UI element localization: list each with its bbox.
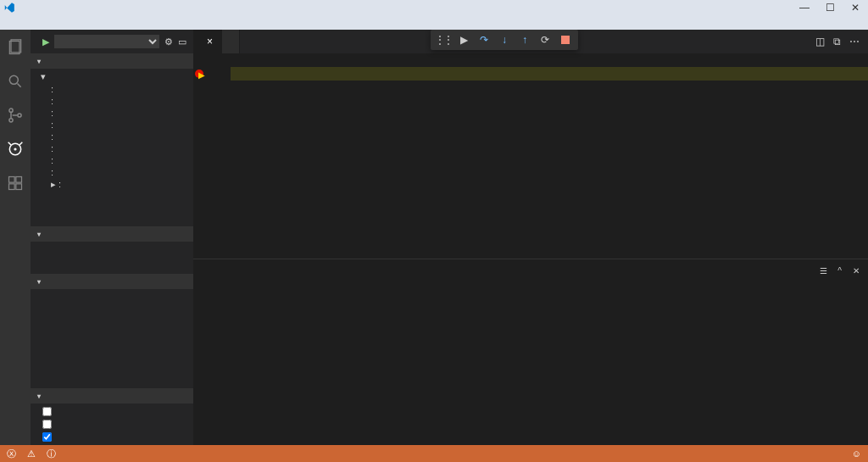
stop-button[interactable] [556,31,575,48]
minimize-button[interactable]: — [798,2,810,14]
compare-icon[interactable]: ⧉ [833,36,841,47]
svg-rect-13 [9,184,15,190]
split-editor-icon[interactable]: ◫ [815,36,825,47]
source-control-icon[interactable] [6,106,25,125]
breakpoint-checkbox[interactable] [42,407,52,416]
restart-button[interactable]: ⟳ [536,31,554,48]
panel-filter-icon[interactable]: ☰ [820,266,828,276]
variable-row[interactable]: : [31,166,193,178]
panel-actions: ☰ ^ ✕ [820,266,860,276]
chevron-down-icon: ▾ [41,71,46,81]
svg-rect-12 [16,177,22,183]
debug-toolbar[interactable]: ⋮⋮ ▶ ↷ ↓ ↑ ⟳ [431,30,578,50]
panel-close-icon[interactable]: ✕ [853,266,860,276]
editor-area: × ◫ ⧉ ⋯ ⋮⋮ ▶ ↷ ↓ ↑ ⟳ [193,30,868,445]
line-number [193,81,219,94]
breakpoint-row[interactable] [31,431,193,443]
svg-point-5 [9,119,13,122]
debug-config-select[interactable] [54,35,159,48]
variable-row[interactable]: : [31,107,193,119]
maximize-button[interactable]: ☐ [824,2,836,14]
stack-frame[interactable] [31,291,193,294]
svg-rect-14 [16,184,22,190]
code-lines[interactable] [231,53,868,94]
menu-file[interactable] [3,21,14,23]
debug-console-icon[interactable]: ▭ [178,36,186,47]
search-icon[interactable] [6,72,25,91]
step-into-button[interactable]: ↓ [495,31,514,48]
breakpoint-checkbox[interactable] [42,432,52,442]
panel-collapse-icon[interactable]: ^ [837,266,842,276]
panel-tabs: ☰ ^ ✕ [193,259,868,281]
start-debug-button[interactable]: ▶ [42,36,49,47]
info-icon: ⓘ [47,448,56,460]
variable-row[interactable]: : [31,154,193,166]
svg-point-4 [9,109,13,112]
debug-header: ▶ ⚙ ▭ [31,30,193,53]
more-icon[interactable]: ⋯ [849,36,860,47]
variable-row[interactable]: : [31,131,193,142]
continue-button[interactable]: ▶ [454,31,473,48]
variable-row[interactable]: : [31,119,193,131]
toolbar-grip-icon[interactable]: ⋮⋮ [434,31,453,48]
breakpoint-checkbox[interactable] [42,420,52,429]
svg-line-10 [19,142,22,145]
status-right: ☺ [801,448,861,459]
feedback-icon[interactable]: ☺ [852,448,861,459]
chevron-down-icon: ▾ [37,58,42,65]
code-line[interactable] [231,67,868,81]
code-line[interactable] [231,81,868,94]
breakpoint-row[interactable] [31,405,193,418]
variable-row[interactable]: ▸ : [31,178,193,191]
menubar [0,14,868,30]
extensions-icon[interactable] [6,174,25,192]
status-bar: ⓧ ⚠ ⓘ ☺ [0,445,868,462]
error-icon: ⓧ [7,448,16,460]
menu-selection[interactable] [27,21,37,23]
status-errors[interactable]: ⓧ [7,448,19,460]
svg-point-8 [14,148,16,150]
variables-section-header[interactable]: ▾ [31,53,193,69]
close-button[interactable]: ✕ [849,2,861,14]
line-number [193,53,219,67]
debug-icon[interactable] [6,140,25,159]
vscode-logo-icon [3,2,15,14]
explorer-icon[interactable] [6,38,25,57]
svg-line-9 [8,142,11,145]
variable-row[interactable]: : [31,83,193,95]
window-controls: — ☐ ✕ [798,2,861,14]
gear-icon[interactable]: ⚙ [164,36,173,47]
menu-edit[interactable] [15,21,25,23]
close-icon[interactable]: × [207,36,213,47]
svg-point-2 [9,75,18,84]
status-warnings[interactable]: ⚠ [27,448,38,459]
menu-go[interactable] [51,21,61,23]
menu-debug[interactable] [63,21,73,23]
call-stack-section-header[interactable]: ▾ [31,274,193,289]
watch-section-header[interactable]: ▾ [31,226,193,242]
debug-console-body[interactable] [193,281,868,442]
variable-row[interactable]: : [31,95,193,107]
debug-console-prompt[interactable] [193,442,868,445]
tab-launch-json[interactable] [222,30,240,53]
svg-rect-11 [9,177,15,183]
editor-actions: ◫ ⧉ ⋯ [807,30,868,53]
step-out-button[interactable]: ↑ [515,31,534,48]
breakpoints-body [31,404,193,445]
step-over-button[interactable]: ↷ [475,31,493,48]
chevron-right-icon: ▸ [51,179,58,189]
status-info[interactable]: ⓘ [47,448,58,460]
activity-bar [0,30,31,445]
tab-sample-py[interactable]: × [193,30,222,53]
variable-row[interactable]: : [31,142,193,154]
variables-body: ▾ : : : : : : : : ▸ : [31,69,193,192]
breakpoint-row[interactable] [31,418,193,431]
code-line[interactable] [231,53,868,67]
code-editor[interactable]: ▶ [193,53,868,94]
variables-scope[interactable]: ▾ [31,70,193,83]
menu-help[interactable] [75,21,85,23]
warning-icon: ⚠ [27,448,36,459]
menu-view[interactable] [39,21,49,23]
debug-sidebar: ▶ ⚙ ▭ ▾ ▾ : : : : : : : : ▸ : ▾ [31,30,193,445]
breakpoints-section-header[interactable]: ▾ [31,388,193,404]
